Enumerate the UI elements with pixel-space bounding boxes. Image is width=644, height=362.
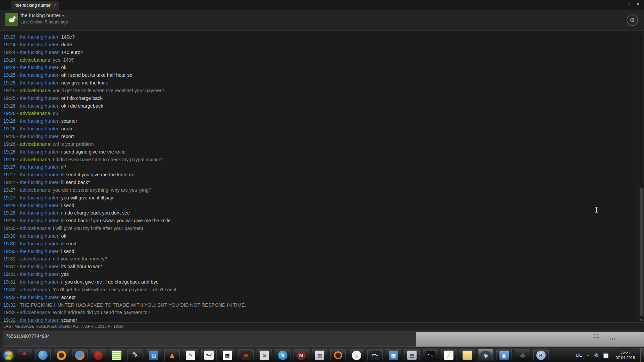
message-author[interactable]: advicebanana: (20, 256, 53, 261)
message-author[interactable]: the fucking hunter: (20, 279, 61, 285)
message-author[interactable]: the fucking hunter: (20, 80, 61, 85)
message-author[interactable]: the fucking hunter: (20, 180, 61, 185)
message-author[interactable]: advicebanana: (20, 57, 53, 63)
scrollbar-thumb[interactable] (640, 188, 643, 316)
dark-red-browser-icon[interactable] (91, 349, 106, 361)
message-author[interactable]: the fucking hunter: (20, 203, 61, 208)
message-author[interactable]: the fucking hunter: (20, 264, 61, 269)
steam-icon[interactable]: ◉ (478, 349, 493, 361)
scroll-up-icon[interactable]: ▴ (639, 32, 643, 35)
message-timestamp: 19:27 (3, 195, 15, 200)
terminal-icon[interactable]: C:\_ (423, 349, 438, 361)
message-author[interactable]: the fucking hunter: (20, 103, 61, 109)
friend-name-dropdown[interactable]: the fucking hunter▾ (20, 12, 64, 18)
message-author[interactable]: the fucking hunter: (20, 233, 61, 239)
message-author[interactable]: the fucking hunter: (20, 295, 61, 300)
firefox-browser-icon[interactable] (72, 349, 88, 361)
start-button[interactable] (3, 350, 13, 360)
message-author[interactable]: advicebanana: (20, 111, 53, 116)
minimize-icon[interactable]: – (617, 1, 620, 7)
message-author[interactable]: advicebanana: (20, 141, 53, 147)
message-author[interactable]: the fucking hunter: (20, 195, 61, 200)
message-timestamp: 19:23 (3, 34, 15, 40)
message-author[interactable]: the fucking hunter: (20, 164, 61, 170)
calculator-app-icon[interactable]: ▦ (312, 349, 327, 361)
blue-save-app-icon[interactable]: ▥ (146, 349, 161, 361)
message-author[interactable]: the fucking hunter: (20, 218, 61, 223)
message-author[interactable]: advicebanana: (20, 310, 53, 315)
control-panel-icon[interactable]: ▣ (496, 349, 512, 361)
text-editor-icon[interactable]: ✎ (183, 349, 198, 361)
settings-button[interactable]: ⚙ (627, 14, 638, 26)
calendar-tray-icon[interactable] (603, 353, 608, 358)
message-author[interactable]: the fucking hunter: (20, 65, 61, 70)
notebook-app-icon[interactable] (109, 349, 124, 361)
window-menu-icon[interactable]: ⋯ (4, 2, 9, 7)
message-author[interactable]: advicebanana: (20, 287, 53, 292)
message-author[interactable]: the fucking hunter: (20, 134, 61, 139)
tray-clock[interactable]: 22:21 07.04.2015 (613, 351, 638, 360)
chat-message: 19:30 - the fucking hunter: i send (3, 248, 638, 255)
message-author[interactable]: the fucking hunter: (20, 149, 61, 155)
ctw-app-icon[interactable]: CTw (367, 349, 383, 361)
notes-app-icon[interactable]: ▤ (404, 349, 420, 361)
chat-tab[interactable]: the fucking hunter × (11, 1, 59, 10)
tree-app-icon[interactable]: ♣ (515, 349, 530, 361)
message-author[interactable]: the fucking hunter: (20, 210, 61, 216)
globe-browser-icon[interactable] (35, 349, 51, 361)
chat-message: 19:29 - the fucking hunter: ill send bac… (3, 217, 638, 225)
message-author[interactable]: advicebanana: (20, 88, 53, 93)
explorer-folder-icon[interactable] (460, 349, 475, 361)
dark-w-app-icon[interactable]: W (238, 349, 254, 361)
language-bar[interactable]: DE ••• (416, 332, 644, 347)
message-author[interactable]: advicebanana: (20, 187, 53, 193)
message-author[interactable]: the fucking hunter: (20, 272, 61, 277)
pen-tool-app-icon[interactable]: ✎ (127, 349, 143, 361)
red-graphics-app-icon[interactable]: * (17, 349, 32, 361)
message-author[interactable]: the fucking hunter: (20, 241, 61, 246)
orange-chat-ring-icon[interactable] (330, 349, 346, 361)
qr-matrix-app-icon[interactable]: ▦ (220, 349, 235, 361)
message-author[interactable]: the fucking hunter: (20, 96, 61, 101)
message-author[interactable]: the fucking hunter: (20, 172, 61, 177)
show-desktop-button[interactable] (640, 348, 644, 362)
vlc-player-icon[interactable]: ▲ (164, 349, 180, 361)
close-icon[interactable]: × (637, 1, 639, 7)
tray-expand-icon[interactable]: ▲ (587, 354, 590, 357)
message-author[interactable]: the fucking hunter: (20, 317, 61, 322)
chat-log[interactable]: 19:23 - the fucking hunter: 140e? 19:24 … (0, 31, 638, 322)
message-author[interactable]: the fucking hunter: (20, 118, 61, 124)
message-author[interactable]: the fucking hunter: (20, 72, 61, 78)
message-author[interactable]: the fucking hunter: (20, 42, 61, 47)
keepass-icon[interactable]: K (533, 349, 549, 361)
orange-ring-app-icon[interactable] (54, 349, 69, 361)
m-circle-app-icon[interactable]: M (293, 349, 309, 361)
chat-tab-label: the fucking hunter (15, 3, 51, 8)
chart-app-icon[interactable]: ╱ (441, 349, 457, 361)
avatar[interactable] (5, 13, 18, 26)
scroll-down-icon[interactable]: ▾ (639, 318, 643, 322)
steam-chat-window: ⋯ the fucking hunter × – □ × the fucking… (0, 0, 644, 362)
cat-app-icon[interactable] (349, 349, 364, 361)
message-text: ok (61, 233, 66, 239)
tray-language-indicator[interactable]: DE (576, 353, 582, 358)
message-author[interactable]: the fucking hunter: (20, 34, 61, 40)
message-author[interactable]: the fucking hunter: (20, 50, 61, 55)
message-author[interactable]: the fucking hunter: (20, 249, 61, 254)
chat-message: 19:32 - the fucking hunter: accept (3, 294, 638, 301)
chat-message: 19:31 - the fucking hunter: yes (3, 270, 638, 278)
thunderbird-mail-icon[interactable]: b (275, 349, 290, 361)
tex-app-icon[interactable]: TeX (201, 349, 217, 361)
language-indicator[interactable]: DE (593, 334, 599, 339)
language-options-icon[interactable]: ••• (609, 337, 616, 342)
maximize-icon[interactable]: □ (627, 1, 629, 7)
chat-scrollbar[interactable]: ▴ ▾ (639, 31, 643, 322)
s-curve-app-icon[interactable]: S (257, 349, 272, 361)
steam-tray-icon[interactable] (594, 353, 599, 358)
message-author[interactable]: advicebanana: (20, 157, 53, 162)
message-author[interactable]: the fucking hunter: (20, 126, 61, 131)
system-tray: DE ▲ 22:21 07.04.2015 (576, 351, 640, 360)
blue-grid-app-icon[interactable]: ▦ (386, 349, 401, 361)
tab-close-icon[interactable]: × (54, 3, 56, 8)
message-author[interactable]: advicebanana: (20, 226, 53, 231)
